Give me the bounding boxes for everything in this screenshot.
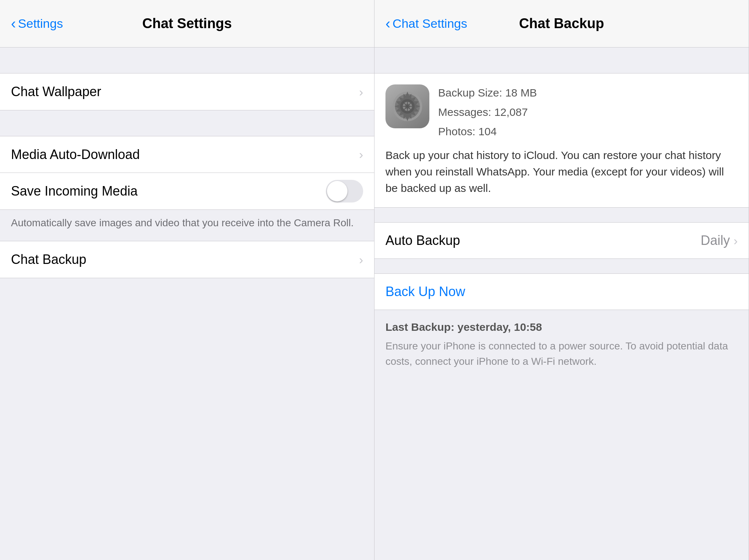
- save-incoming-media-label: Save Incoming Media: [11, 183, 326, 199]
- chat-backup-label: Chat Backup: [11, 252, 355, 267]
- media-auto-download-label: Media Auto-Download: [11, 147, 355, 162]
- media-group: Media Auto-Download › Save Incoming Medi…: [0, 136, 374, 210]
- chat-settings-title: Chat Settings: [142, 16, 232, 31]
- right-mid-gap1: [374, 208, 749, 222]
- chat-wallpaper-label: Chat Wallpaper: [11, 84, 355, 99]
- auto-backup-chevron-icon: ›: [734, 234, 738, 248]
- top-section-gap: [0, 48, 374, 73]
- media-auto-download-row[interactable]: Media Auto-Download ›: [0, 136, 374, 173]
- save-incoming-media-footer: Automatically save images and video that…: [0, 210, 374, 241]
- right-top-gap: [374, 48, 749, 73]
- chat-settings-back-label: Chat Settings: [392, 16, 467, 31]
- gear-icon: [391, 90, 424, 123]
- chat-wallpaper-row[interactable]: Chat Wallpaper ›: [0, 73, 374, 110]
- last-backup-text: Ensure your iPhone is connected to a pow…: [385, 338, 738, 369]
- last-backup-block: Last Backup: yesterday, 10:58 Ensure you…: [374, 310, 749, 377]
- auto-backup-value: Daily: [701, 233, 730, 248]
- backup-now-label: Back Up Now: [385, 284, 465, 299]
- save-incoming-media-row: Save Incoming Media: [0, 173, 374, 209]
- auto-backup-row[interactable]: Auto Backup Daily ›: [374, 222, 749, 259]
- backup-stats: Backup Size: 18 MB Messages: 12,087 Phot…: [438, 84, 537, 140]
- backup-info-block: Backup Size: 18 MB Messages: 12,087 Phot…: [374, 73, 749, 208]
- chat-backup-navbar: ‹ Chat Settings Chat Backup: [374, 0, 749, 48]
- settings-back-button[interactable]: ‹ Settings: [11, 15, 63, 32]
- chat-backup-group: Chat Backup ›: [0, 241, 374, 278]
- backup-description: Back up your chat history to iCloud. You…: [385, 147, 738, 196]
- chat-settings-panel: ‹ Settings Chat Settings Chat Wallpaper …: [0, 0, 374, 560]
- chat-backup-row[interactable]: Chat Backup ›: [0, 241, 374, 278]
- icloud-icon: [385, 84, 429, 128]
- auto-backup-label: Auto Backup: [385, 233, 701, 248]
- backup-size: Backup Size: 18 MB: [438, 84, 537, 101]
- chat-backup-panel: ‹ Chat Settings Chat Backup: [374, 0, 749, 560]
- chat-settings-back-button[interactable]: ‹ Chat Settings: [385, 15, 467, 32]
- backup-photos: Photos: 104: [438, 123, 537, 140]
- backup-info-top: Backup Size: 18 MB Messages: 12,087 Phot…: [385, 84, 738, 140]
- chat-wallpaper-chevron-icon: ›: [359, 85, 363, 99]
- last-backup-title: Last Backup: yesterday, 10:58: [385, 321, 738, 333]
- backup-now-row[interactable]: Back Up Now: [374, 273, 749, 310]
- chat-backup-chevron-icon: ›: [359, 253, 363, 267]
- chat-settings-navbar: ‹ Settings Chat Settings: [0, 0, 374, 48]
- media-auto-download-chevron-icon: ›: [359, 147, 363, 162]
- back-chevron-icon-right: ‹: [385, 15, 390, 32]
- chat-backup-title: Chat Backup: [519, 16, 604, 31]
- back-chevron-icon: ‹: [11, 15, 16, 32]
- save-incoming-media-toggle[interactable]: [326, 180, 363, 203]
- chat-wallpaper-group: Chat Wallpaper ›: [0, 73, 374, 110]
- mid-section-gap: [0, 110, 374, 136]
- right-mid-gap2: [374, 259, 749, 273]
- backup-messages: Messages: 12,087: [438, 104, 537, 120]
- settings-back-label: Settings: [18, 16, 63, 31]
